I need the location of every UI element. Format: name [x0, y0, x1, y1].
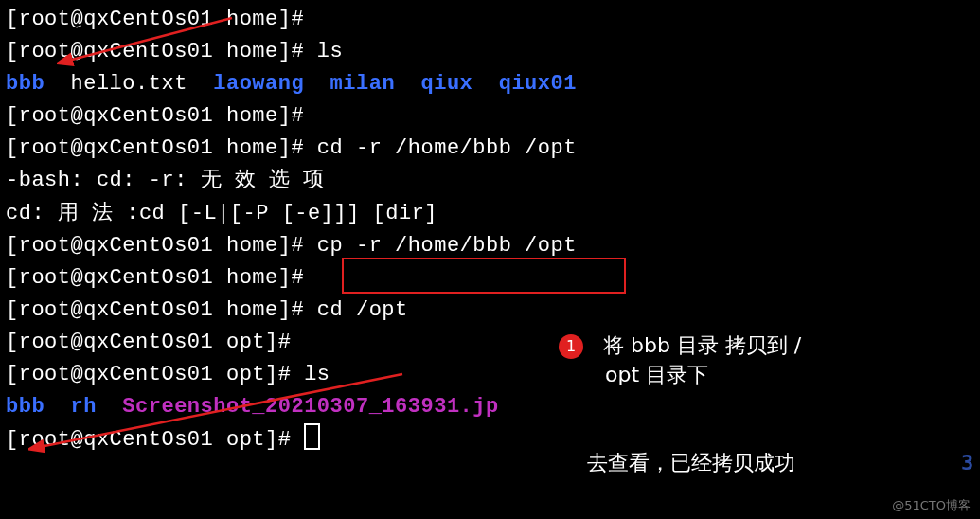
prompt: [root@qxCentOs01 opt]# — [6, 331, 291, 354]
file-hello: hello.txt — [71, 72, 187, 96]
prompt-line: [root@qxCentOs01 opt]# — [6, 423, 974, 456]
command-ls: ls — [317, 40, 343, 63]
dir-laowang: laowang — [213, 72, 304, 96]
command-cp: cp -r /home/bbb /opt — [317, 234, 577, 258]
dir-qiux: qiux — [421, 72, 473, 96]
command-ls: ls — [304, 363, 330, 386]
dir-qiux01: qiux01 — [499, 72, 577, 96]
command-cd-opt: cd /opt — [317, 298, 408, 322]
annotation-1-text-line1: 将 bbb 目录 拷贝到 / — [603, 333, 801, 357]
trailing-digit: 3 — [961, 449, 973, 478]
terminal-output: [root@qxCentOs01 home]# [root@qxCentOs01… — [0, 0, 980, 460]
watermark: @51CTO博客 — [892, 496, 971, 515]
prompt: [root@qxCentOs01 home]# — [6, 234, 317, 258]
dir-bbb: bbb — [6, 72, 45, 96]
prompt: [root@qxCentOs01 home]# — [6, 40, 317, 63]
badge-1: 1 — [559, 334, 583, 359]
annotation-1-text-line2: opt 目录下 — [605, 363, 708, 386]
annotation-1: 1 将 bbb 目录 拷贝到 / opt 目录下 — [559, 331, 966, 390]
prompt-line: [root@qxCentOs01 home]# — [6, 100, 974, 133]
prompt-line: [root@qxCentOs01 home]# ls — [6, 36, 974, 68]
annotation-2-text: 去查看，已经拷贝成功 — [587, 451, 795, 474]
error-invalid-option: -bash: cd: -r: 无 效 选 项 — [6, 165, 974, 197]
prompt-line: [root@qxCentOs01 home]# cd /opt — [6, 295, 974, 327]
prompt-line: [root@qxCentOs01 home]# cp -r /home/bbb … — [6, 230, 974, 262]
prompt: [root@qxCentOs01 opt]# — [6, 428, 304, 452]
ls-output-home: bbb hello.txt laowang milan qiux qiux01 — [6, 68, 974, 100]
prompt-line: [root@qxCentOs01 home]# cd -r /home/bbb … — [6, 133, 974, 165]
dir-rh: rh — [71, 395, 97, 419]
prompt: [root@qxCentOs01 opt]# — [6, 363, 304, 386]
ls-output-opt: bbb rh Screenshot_20210307_163931.jp — [6, 391, 974, 423]
prompt: [root@qxCentOs01 home]# — [6, 266, 304, 290]
file-screenshot: Screenshot_20210307_163931.jp — [122, 395, 498, 419]
annotation-2: 去查看，已经拷贝成功 — [587, 449, 795, 478]
error-usage: cd: 用 法 :cd [-L|[-P [-e]]] [dir] — [6, 198, 974, 230]
dir-milan: milan — [330, 72, 396, 96]
prompt: [root@qxCentOs01 home]# — [6, 136, 317, 160]
prompt: [root@qxCentOs01 home]# — [6, 104, 304, 128]
command-cd-bad: cd -r /home/bbb /opt — [317, 136, 577, 160]
prompt-line: [root@qxCentOs01 home]# — [6, 4, 974, 36]
prompt: [root@qxCentOs01 home]# — [6, 298, 317, 322]
cursor-icon — [304, 423, 320, 450]
dir-bbb: bbb — [6, 395, 45, 419]
prompt: [root@qxCentOs01 home]# — [6, 8, 304, 31]
prompt-line: [root@qxCentOs01 home]# — [6, 262, 974, 295]
